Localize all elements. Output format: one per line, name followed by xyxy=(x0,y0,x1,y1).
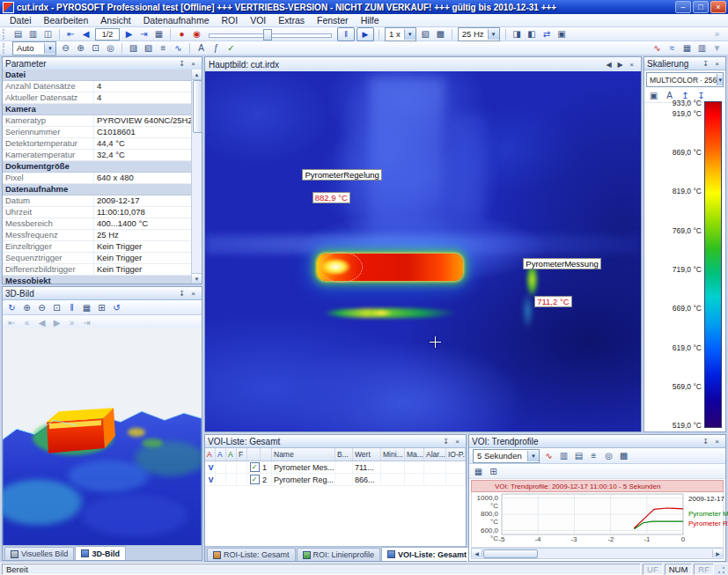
previous-frame-button[interactable]: ◀ xyxy=(78,28,93,41)
pin-icon[interactable]: ↧ xyxy=(700,59,711,69)
scaling-mode-select[interactable]: Auto ▼ xyxy=(12,41,56,55)
voi-value-label[interactable]: 711,2 °C xyxy=(534,296,571,307)
parameter-row[interactable]: Messfrequenz25 Hz xyxy=(3,230,192,241)
menu-datei[interactable]: Datei xyxy=(4,14,38,27)
rotate-icon[interactable]: ↻ xyxy=(4,301,19,313)
prev-document-icon[interactable]: ◀ xyxy=(603,60,614,70)
palette-select[interactable]: MULTICOLOR · 256 ▼ xyxy=(646,72,724,87)
parameter-row[interactable]: SequenztriggerKein Trigger xyxy=(3,253,192,264)
column-bereich[interactable]: B... xyxy=(335,448,353,461)
pause-icon[interactable]: ‖ xyxy=(64,301,79,313)
sequence-record-icon[interactable]: ◉ xyxy=(189,28,204,41)
menu-hilfe[interactable]: Hilfe xyxy=(355,14,386,27)
column-visible[interactable] xyxy=(247,448,261,461)
trend-chart-plot[interactable]: 1000,0 °C 800,0 °C 600,0 °C -5 -4 -3 -2 … xyxy=(471,492,724,548)
save-file-icon[interactable]: ▥ xyxy=(26,28,40,41)
copy-icon[interactable]: ▤ xyxy=(571,450,586,462)
resize-grip[interactable] xyxy=(716,564,726,575)
parameter-row[interactable]: SeriennummerC1018601 xyxy=(3,127,192,138)
close-button[interactable]: × xyxy=(710,1,726,13)
parameter-row[interactable]: Kameratemperatur32,4 °C xyxy=(3,150,192,161)
parameter-row[interactable]: Detektortemperatur44,4 °C xyxy=(3,138,192,150)
menu-fenster[interactable]: Fenster xyxy=(311,14,355,27)
line-profile-icon[interactable]: ≈ xyxy=(665,42,680,55)
close-icon[interactable]: × xyxy=(188,289,199,299)
settings-icon[interactable]: ≡ xyxy=(586,450,601,462)
parameter-row[interactable]: Uhrzeit11:00:10,078 xyxy=(3,207,192,218)
close-icon[interactable]: × xyxy=(626,60,637,70)
frequency-select[interactable]: 25 Hz ▼ xyxy=(458,27,500,41)
interval-select[interactable]: 5 Sekunden ▼ xyxy=(473,449,540,463)
play-button[interactable]: ▶ xyxy=(357,27,374,41)
formula-icon[interactable]: ƒ xyxy=(209,42,224,55)
trend-scrollbar[interactable]: ◀ ▶ xyxy=(471,548,724,559)
palette-icon[interactable]: ▩ xyxy=(433,28,448,41)
close-icon[interactable]: × xyxy=(711,59,723,69)
parameter-row[interactable]: KameratypPYROVIEW 640NC/25HZ/17 X13 xyxy=(3,115,192,127)
overlay-icon[interactable]: ◧ xyxy=(525,28,540,41)
parameter-row[interactable]: Aktueller Datensatz4 xyxy=(3,92,192,104)
column-wert[interactable]: Wert xyxy=(353,448,381,461)
pin-icon[interactable]: ↧ xyxy=(176,59,188,69)
first-frame-button[interactable]: ⇤ xyxy=(63,28,78,41)
color-scale-bar[interactable] xyxy=(704,101,722,428)
zoom-out-icon[interactable]: ⊖ xyxy=(34,301,49,313)
voi-table-row[interactable]: V ✓ 2 Pyrometer Reg... 866... xyxy=(205,474,466,486)
open-file-icon[interactable]: ▤ xyxy=(11,28,26,41)
tab-voi-liste-gesamt[interactable]: VOI-Liste: Gesamt xyxy=(381,547,473,561)
chevron-down-icon[interactable]: ▼ xyxy=(527,451,539,461)
export-icon[interactable]: ◫ xyxy=(40,28,55,41)
column-name[interactable]: Name xyxy=(272,448,335,461)
snapshot-icon[interactable]: ◨ xyxy=(510,28,525,41)
slider-thumb[interactable] xyxy=(263,29,272,41)
report-icon[interactable]: ▥ xyxy=(695,42,710,55)
parameter-scrollbar[interactable]: ▲ ▼ xyxy=(191,70,202,284)
previous-frame-button[interactable]: ◀ xyxy=(34,316,49,328)
close-icon[interactable]: × xyxy=(452,437,463,446)
axes-icon[interactable]: ⊞ xyxy=(486,465,501,477)
parameter-row[interactable]: DifferenzbildtriggerKein Trigger xyxy=(3,264,192,276)
export-icon[interactable]: ▥ xyxy=(556,450,571,462)
chevron-down-icon[interactable]: ▼ xyxy=(717,74,723,85)
parameter-row[interactable]: EinzeltriggerKein Trigger xyxy=(3,241,192,253)
fast-forward-button[interactable]: » xyxy=(64,316,79,328)
magnifier-icon[interactable]: ◎ xyxy=(103,42,118,55)
grid-icon[interactable]: ▦ xyxy=(79,301,94,313)
chevron-down-icon[interactable]: ▼ xyxy=(710,42,724,55)
magnifier-icon[interactable]: ◎ xyxy=(601,450,616,462)
reset-view-icon[interactable]: ↺ xyxy=(109,301,124,313)
menu-roi[interactable]: ROI xyxy=(215,14,244,27)
view3d-canvas[interactable] xyxy=(3,328,202,546)
column-number[interactable] xyxy=(261,448,272,461)
menu-voi[interactable]: VOI xyxy=(244,14,272,27)
play-button[interactable]: ▶ xyxy=(49,316,64,328)
chevron-down-icon[interactable]: ▼ xyxy=(404,29,415,40)
pin-icon[interactable]: ↧ xyxy=(176,289,188,299)
chevron-down-icon[interactable]: ▼ xyxy=(44,43,55,54)
layout-icon[interactable]: ▣ xyxy=(555,28,570,41)
toolbar-overflow-icon[interactable]: » xyxy=(710,28,724,41)
close-icon[interactable]: × xyxy=(711,437,723,446)
menu-list-icon[interactable]: ≡ xyxy=(156,42,171,55)
minimize-button[interactable]: – xyxy=(675,1,691,13)
goto-frame-icon[interactable]: ▦ xyxy=(151,28,166,41)
zoom-select[interactable]: 1 x ▼ xyxy=(385,27,416,41)
menu-datenaufnahme[interactable]: Datenaufnahme xyxy=(137,14,216,27)
thermal-image[interactable]: PyrometerRegelung 882,9 °C PyrometerMess… xyxy=(205,71,641,431)
parameter-section-header[interactable]: Dokumentgröße xyxy=(3,161,192,173)
zoom-fit-icon[interactable]: ⊡ xyxy=(88,42,103,55)
menu-ansicht[interactable]: Ansicht xyxy=(94,14,136,27)
column-alarm1[interactable]: A xyxy=(205,448,216,461)
tab-3d-bild[interactable]: 3D-Bild xyxy=(75,546,126,560)
last-frame-button[interactable]: ⇥ xyxy=(79,316,94,328)
scroll-right-icon[interactable]: ▶ xyxy=(712,549,723,557)
tab-roi-linienprofile[interactable]: ROI: Linienprofile xyxy=(297,548,381,561)
voi-table-row[interactable]: V ✓ 1 Pyrometer Mes... 711... xyxy=(205,461,466,474)
pin-icon[interactable]: ↧ xyxy=(440,437,452,446)
first-frame-button[interactable]: ⇤ xyxy=(4,316,19,328)
scroll-up-icon[interactable]: ▲ xyxy=(192,70,202,80)
profile-icon[interactable]: ∿ xyxy=(171,42,186,55)
isotherm-icon[interactable]: ▧ xyxy=(141,42,156,55)
parameter-section-header[interactable]: Messobjekt xyxy=(3,276,192,284)
pin-icon[interactable]: ↧ xyxy=(700,437,711,446)
